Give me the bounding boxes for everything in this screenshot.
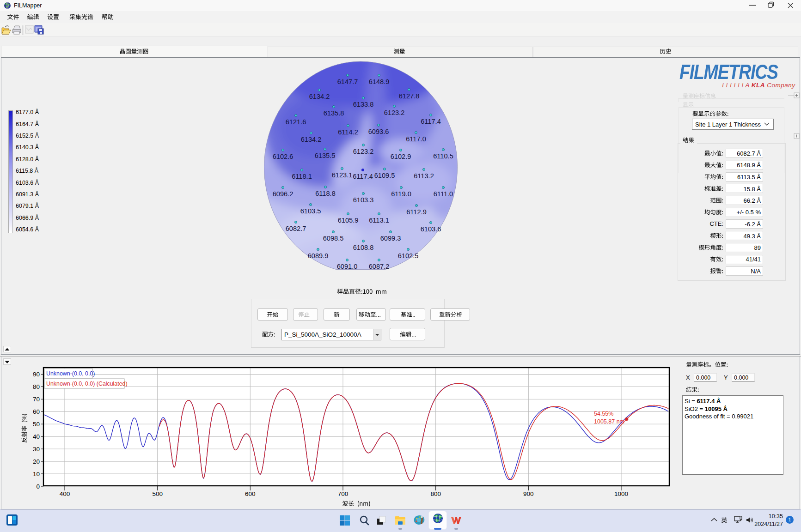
svg-text:CTE:: CTE: — [709, 220, 723, 227]
